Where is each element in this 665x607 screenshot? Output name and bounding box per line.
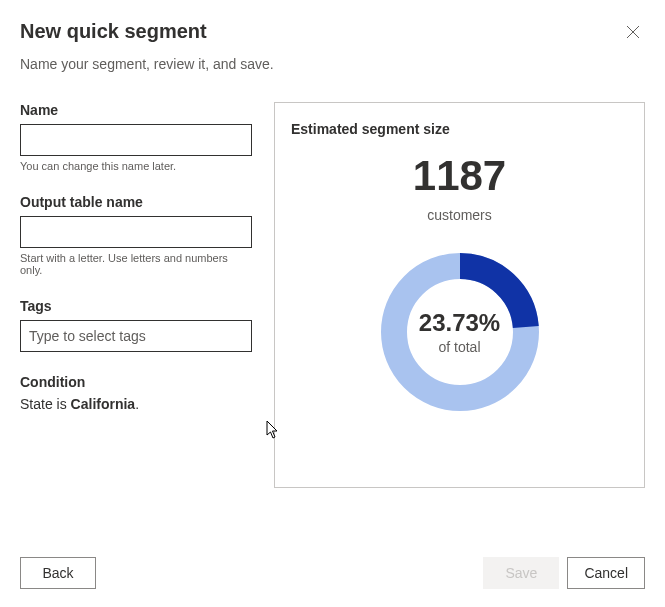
tags-input[interactable] [20, 320, 252, 352]
back-button[interactable]: Back [20, 557, 96, 589]
estimate-unit: customers [291, 207, 628, 223]
tags-label: Tags [20, 298, 252, 314]
name-input[interactable] [20, 124, 252, 156]
donut-sublabel: of total [419, 339, 500, 355]
output-table-input[interactable] [20, 216, 252, 248]
condition-text: State is California. [20, 396, 252, 412]
page-subtitle: Name your segment, review it, and save. [20, 56, 645, 72]
output-table-label: Output table name [20, 194, 252, 210]
condition-label: Condition [20, 374, 252, 390]
close-button[interactable] [621, 20, 645, 44]
name-helper: You can change this name later. [20, 160, 252, 172]
name-label: Name [20, 102, 252, 118]
page-title: New quick segment [20, 20, 207, 43]
condition-value: California [71, 396, 136, 412]
form-column: Name You can change this name later. Out… [20, 102, 252, 488]
close-icon [626, 25, 640, 39]
estimate-title: Estimated segment size [291, 121, 628, 137]
condition-suffix: . [135, 396, 139, 412]
output-table-helper: Start with a letter. Use letters and num… [20, 252, 252, 276]
donut-chart: 23.73% of total [291, 247, 628, 417]
estimate-count: 1187 [291, 155, 628, 197]
donut-percent: 23.73% [419, 309, 500, 337]
save-button: Save [483, 557, 559, 589]
estimate-panel: Estimated segment size 1187 customers 23… [274, 102, 645, 488]
condition-prefix: State is [20, 396, 71, 412]
cancel-button[interactable]: Cancel [567, 557, 645, 589]
